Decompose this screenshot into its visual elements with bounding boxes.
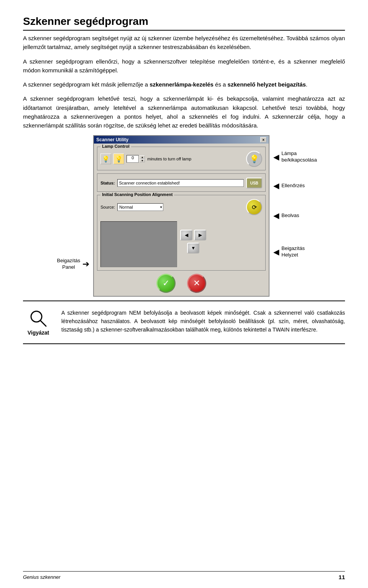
lampa-annotation: ◀ Lámpabe/kikapcsolása (273, 150, 317, 163)
lamp-control-label: Lamp Control (100, 144, 131, 149)
lampa-arrow: ◀ (273, 153, 279, 161)
nav-down-button[interactable]: ▼ (187, 243, 199, 253)
paragraph-4: A szkenner segédprogram lehetővé teszi, … (23, 94, 345, 130)
paragraph-3: A szkenner segédprogram két másik jellem… (23, 80, 345, 89)
lamp-on-icon[interactable]: 💡 (113, 154, 124, 164)
ellenorzes-arrow: ◀ (273, 182, 279, 189)
lampa-label: Lámpabe/kikapcsolása (281, 150, 317, 163)
usb-check-button[interactable]: USB (246, 178, 262, 188)
cancel-button[interactable]: ✕ (187, 274, 206, 293)
source-select-wrapper: Normal ▼ (117, 203, 163, 211)
beigazitas-panel-label: BeigazításPanel (57, 258, 80, 271)
beigazitas-helyzet-arrow: ◀ (273, 248, 279, 256)
scanner-utility-window: Scanner Utility × Lamp Control 💡 💡 0 ▲ ▼ (93, 135, 269, 297)
beigazitas-panel-label-area: BeigazításPanel ➔ (51, 135, 89, 274)
scanner-titlebar: Scanner Utility × (94, 136, 269, 144)
source-label: Source: (100, 205, 115, 209)
paragraph-1: A szkenner segédprogram segítséget nyújt… (23, 34, 345, 52)
lamp-control-row: 💡 💡 0 ▲ ▼ minutes to turn off lamp 💡 (100, 151, 262, 167)
svg-line-1 (40, 320, 46, 326)
beigazitas-helyzet-label: BeigazításHelyzet (281, 245, 305, 258)
lamp-timer-arrows: ▲ ▼ (140, 155, 145, 162)
scanner-section: BeigazításPanel ➔ Scanner Utility × Lamp… (23, 135, 345, 297)
lamp-timer-input[interactable]: 0 (127, 155, 139, 163)
magnifier-icon (29, 309, 48, 328)
footer-left: Genius szkenner (23, 574, 61, 580)
spinner-down-arrow[interactable]: ▼ (140, 159, 145, 162)
footer: Genius szkenner 11 (23, 571, 345, 580)
confirm-row: ✓ ✕ (97, 274, 266, 293)
beigazitas-helyzet-annotation: ◀ BeigazításHelyzet (273, 245, 317, 258)
scan-button[interactable]: ⟳ (246, 199, 262, 215)
spinner-up-arrow[interactable]: ▲ (140, 155, 145, 159)
footer-right: 11 (338, 574, 345, 580)
initial-scan-label: Initial Scanning Position Alignment (100, 192, 174, 197)
beigazitas-panel-arrow: ➔ (82, 259, 89, 269)
source-select[interactable]: Normal (117, 203, 163, 211)
ellenorzes-label: Ellenőrzés (281, 183, 305, 189)
status-label: Status: (100, 181, 115, 185)
nav-right-button[interactable]: ▶ (194, 230, 206, 240)
lamp-timer-spinner: 0 ▲ ▼ (127, 155, 145, 163)
scanner-window-title: Scanner Utility (96, 137, 128, 142)
initial-scan-group: Initial Scanning Position Alignment Sour… (97, 195, 266, 271)
nav-left-button[interactable]: ◀ (180, 230, 192, 240)
status-group: Status: Scanner connection established! … (97, 173, 266, 192)
warning-text: A szkenner segédprogram NEM befolyásolja… (61, 309, 345, 334)
lamp-control-group: Lamp Control 💡 💡 0 ▲ ▼ minutes to turn o… (97, 147, 266, 170)
lamp-timer-text: minutes to turn off lamp (147, 157, 244, 161)
beolvas-label: Beolvas (281, 212, 299, 219)
page-title: Szkenner segédprogram (23, 15, 345, 31)
ellenorzes-annotation: ◀ Ellenőrzés (273, 182, 317, 189)
beolvas-arrow: ◀ (273, 212, 279, 219)
source-row: Source: Normal ▼ ⟳ (100, 199, 262, 215)
status-value: Scanner connection established! (117, 179, 244, 187)
lamp-off-icon[interactable]: 💡 (100, 154, 111, 164)
warning-icon-area: Vigyázat (23, 309, 54, 336)
scanner-close-button[interactable]: × (260, 137, 266, 142)
warning-title: Vigyázat (28, 330, 49, 336)
alignment-panel (100, 221, 177, 267)
warning-section: Vigyázat A szkenner segédprogram NEM bef… (23, 301, 345, 344)
ok-button[interactable]: ✓ (156, 274, 176, 293)
lamp-toggle-button[interactable]: 💡 (246, 151, 262, 167)
right-annotations: ◀ Lámpabe/kikapcsolása ◀ Ellenőrzés ◀ Be… (273, 135, 317, 261)
scanner-body: Lamp Control 💡 💡 0 ▲ ▼ minutes to turn o… (94, 144, 269, 296)
beolvas-annotation: ◀ Beolvas (273, 212, 317, 219)
paragraph-2: A szkenner segédprogram ellenőrzi, hogy … (23, 57, 345, 75)
status-row: Status: Scanner connection established! … (100, 178, 262, 188)
